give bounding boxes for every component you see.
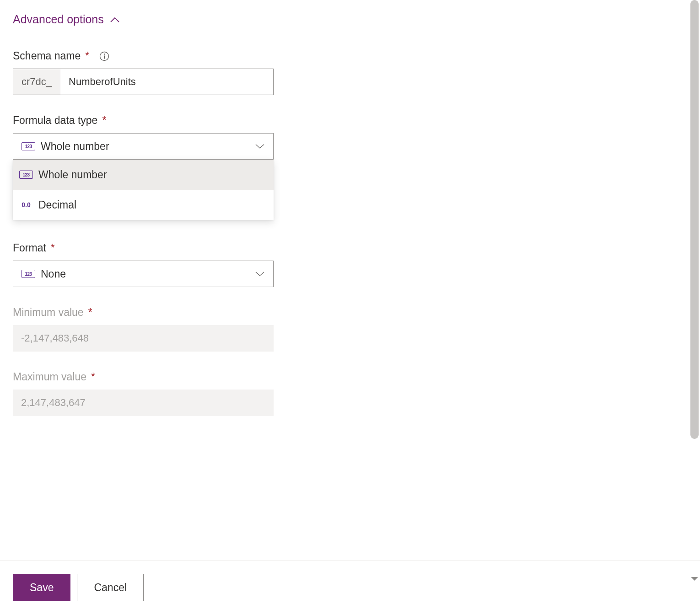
scrollbar-thumb[interactable] bbox=[690, 0, 699, 439]
option-whole-number-label: Whole number bbox=[38, 169, 107, 181]
required-asterisk: * bbox=[88, 306, 92, 319]
formula-data-type-field: Formula data type * 123 Whole number 123 bbox=[13, 114, 687, 160]
svg-point-1 bbox=[104, 53, 105, 54]
required-asterisk: * bbox=[91, 371, 95, 383]
format-select[interactable]: 123 None bbox=[13, 261, 274, 287]
schema-name-field: Schema name * cr7dc_ bbox=[13, 50, 687, 95]
minimum-value-label-text: Minimum value bbox=[13, 306, 84, 319]
form-content: Advanced options Schema name * cr7dc_ bbox=[0, 0, 700, 425]
minimum-value-label: Minimum value * bbox=[13, 306, 687, 319]
format-field: Format * 123 None bbox=[13, 242, 687, 287]
formula-data-type-select-wrap: 123 Whole number 123 Whole number bbox=[13, 133, 274, 160]
format-select-wrap: 123 None bbox=[13, 261, 274, 287]
maximum-value-label-text: Maximum value bbox=[13, 371, 86, 383]
required-asterisk: * bbox=[51, 242, 55, 254]
chevron-down-icon bbox=[255, 268, 265, 280]
number-icon: 123 bbox=[22, 142, 35, 150]
number-icon: 123 bbox=[19, 171, 33, 179]
required-asterisk: * bbox=[102, 114, 106, 127]
formula-data-type-selected: Whole number bbox=[41, 140, 255, 153]
scrollbar-down-arrow-icon[interactable] bbox=[690, 572, 699, 581]
scrollbar-track[interactable] bbox=[689, 0, 700, 585]
schema-name-input[interactable] bbox=[60, 69, 273, 95]
formula-data-type-dropdown: 123 Whole number 0.0 Decimal bbox=[13, 160, 274, 220]
svg-rect-2 bbox=[104, 55, 105, 59]
advanced-options-label: Advanced options bbox=[13, 13, 104, 26]
format-selected: None bbox=[41, 268, 255, 280]
format-label-text: Format bbox=[13, 242, 46, 254]
required-asterisk: * bbox=[85, 50, 89, 62]
schema-prefix: cr7dc_ bbox=[13, 69, 60, 95]
advanced-options-toggle[interactable]: Advanced options bbox=[13, 13, 687, 26]
cancel-button[interactable]: Cancel bbox=[77, 574, 144, 601]
info-icon[interactable] bbox=[99, 51, 109, 61]
footer-actions: Save Cancel bbox=[0, 561, 700, 614]
option-decimal-label: Decimal bbox=[38, 199, 76, 211]
maximum-value-field: Maximum value * bbox=[13, 371, 687, 416]
schema-name-label: Schema name * bbox=[13, 50, 687, 62]
formula-data-type-label-text: Formula data type bbox=[13, 114, 97, 127]
number-icon: 123 bbox=[22, 270, 35, 278]
minimum-value-field: Minimum value * bbox=[13, 306, 687, 352]
schema-name-label-text: Schema name bbox=[13, 50, 81, 62]
option-whole-number[interactable]: 123 Whole number bbox=[13, 160, 274, 190]
option-decimal[interactable]: 0.0 Decimal bbox=[13, 190, 274, 220]
format-label: Format * bbox=[13, 242, 687, 254]
formula-data-type-label: Formula data type * bbox=[13, 114, 687, 127]
chevron-up-icon bbox=[110, 17, 119, 22]
maximum-value-input bbox=[13, 390, 274, 416]
formula-data-type-select[interactable]: 123 Whole number bbox=[13, 133, 274, 160]
chevron-down-icon bbox=[255, 140, 265, 152]
schema-name-input-wrap: cr7dc_ bbox=[13, 69, 274, 95]
decimal-icon: 0.0 bbox=[19, 201, 33, 209]
maximum-value-label: Maximum value * bbox=[13, 371, 687, 383]
save-button[interactable]: Save bbox=[13, 574, 70, 601]
minimum-value-input bbox=[13, 325, 274, 352]
